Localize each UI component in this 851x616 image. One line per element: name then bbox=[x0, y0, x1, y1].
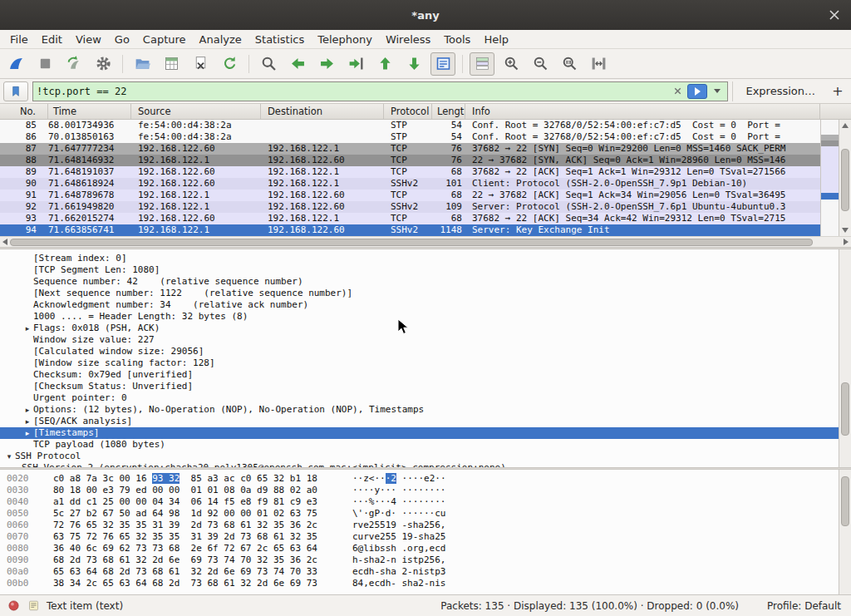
display-filter-input[interactable] bbox=[37, 86, 667, 97]
detail-row[interactable]: [Stream index: 0] bbox=[0, 253, 839, 264]
hex-row[interactable]: 009068 2d 73 68 61 32 2d 6e 69 73 74 70 … bbox=[0, 554, 839, 566]
packet-row[interactable]: 91 71.648789678 192.168.122.1 192.168.12… bbox=[0, 190, 820, 201]
menu-item[interactable]: Help bbox=[477, 32, 515, 47]
detail-row[interactable]: Urgent pointer: 0 bbox=[0, 392, 839, 404]
packet-list-vscrollbar[interactable] bbox=[839, 120, 851, 236]
go-forward-button[interactable] bbox=[314, 52, 339, 76]
find-packet-button[interactable] bbox=[256, 52, 281, 76]
menu-item[interactable]: View bbox=[69, 32, 108, 47]
hex-row[interactable]: 006072 76 65 32 35 35 31 39 2d 73 68 61 … bbox=[0, 520, 839, 531]
scroll-left-icon[interactable] bbox=[2, 239, 7, 245]
capture-options-button[interactable] bbox=[91, 52, 116, 76]
expression-button[interactable]: Expression… bbox=[737, 85, 824, 97]
menu-item[interactable]: Edit bbox=[35, 32, 69, 47]
packet-row[interactable]: 86 70.013850163 fe:54:00:d4:38:2a STP 54… bbox=[0, 131, 820, 143]
expert-info-button[interactable] bbox=[7, 599, 20, 613]
detail-row[interactable]: [Checksum Status: Unverified] bbox=[0, 381, 839, 392]
detail-row[interactable]: [Window size scaling factor: 128] bbox=[0, 357, 839, 369]
detail-row[interactable]: ▾SSH Protocol bbox=[0, 451, 839, 462]
column-header-source[interactable]: Source bbox=[131, 104, 261, 119]
expander-icon[interactable]: ▸ bbox=[22, 323, 33, 334]
menu-item[interactable]: Go bbox=[108, 32, 136, 47]
menu-item[interactable]: Wireless bbox=[379, 32, 437, 47]
detail-row[interactable]: ▸[Timestamps] bbox=[0, 427, 839, 439]
capture-comment-button[interactable] bbox=[27, 599, 40, 613]
detail-row[interactable]: [TCP Segment Len: 1080] bbox=[0, 264, 839, 276]
hex-vscrollbar[interactable] bbox=[839, 470, 851, 594]
packet-row[interactable]: 94 71.663856741 192.168.122.1 192.168.12… bbox=[0, 224, 820, 236]
packet-row[interactable]: 92 71.661949820 192.168.122.1 192.168.12… bbox=[0, 201, 820, 213]
packet-row[interactable]: 89 71.648191037 192.168.122.60 192.168.1… bbox=[0, 166, 820, 178]
auto-scroll-button[interactable] bbox=[430, 52, 455, 76]
menu-item[interactable]: Tools bbox=[437, 32, 477, 47]
zoom-in-button[interactable] bbox=[499, 52, 524, 76]
scroll-right-icon[interactable] bbox=[844, 239, 849, 245]
menu-item[interactable]: Capture bbox=[136, 32, 193, 47]
start-capture-button[interactable] bbox=[3, 52, 28, 76]
menu-item[interactable]: Statistics bbox=[248, 32, 311, 47]
detail-vscrollbar[interactable] bbox=[839, 249, 851, 467]
reload-file-button[interactable] bbox=[217, 52, 242, 76]
packet-row[interactable]: 90 71.648618924 192.168.122.60 192.168.1… bbox=[0, 178, 820, 190]
hex-row[interactable]: 00505c 27 b2 67 50 ad 64 98 1d 92 00 00 … bbox=[0, 508, 839, 520]
packet-row[interactable]: 87 71.647777234 192.168.122.60 192.168.1… bbox=[0, 143, 820, 155]
detail-row[interactable]: Sequence number: 42 (relative sequence n… bbox=[0, 276, 839, 288]
detail-row[interactable]: 1000 .... = Header Length: 32 bytes (8) bbox=[0, 311, 839, 323]
filter-bookmark-button[interactable] bbox=[3, 81, 28, 101]
scroll-thumb[interactable] bbox=[841, 476, 849, 526]
filter-dropdown-button[interactable] bbox=[711, 84, 724, 99]
go-back-button[interactable] bbox=[285, 52, 310, 76]
menu-item[interactable]: File bbox=[3, 32, 35, 47]
hex-row[interactable]: 007063 75 72 76 65 32 35 35 31 39 2d 73 … bbox=[0, 531, 839, 543]
packet-list-hscrollbar[interactable] bbox=[0, 236, 851, 247]
detail-row[interactable]: ▸Options: (12 bytes), No-Operation (NOP)… bbox=[0, 404, 839, 416]
column-header-info[interactable]: Info bbox=[465, 104, 820, 119]
detail-row[interactable]: TCP payload (1080 bytes) bbox=[0, 439, 839, 451]
colorize-packets-button[interactable] bbox=[470, 52, 494, 76]
go-to-packet-button[interactable] bbox=[343, 52, 368, 76]
display-filter-field[interactable] bbox=[32, 81, 728, 101]
detail-row[interactable]: SSH Version 2 (encryption:chacha20-poly1… bbox=[0, 462, 839, 467]
expander-icon[interactable]: ▸ bbox=[22, 427, 33, 439]
menu-item[interactable]: Telephony bbox=[311, 32, 379, 47]
zoom-out-button[interactable] bbox=[528, 52, 553, 76]
resize-columns-button[interactable] bbox=[586, 52, 611, 76]
add-filter-button[interactable]: + bbox=[828, 81, 848, 101]
detail-row[interactable]: [Next sequence number: 1122 (relative se… bbox=[0, 288, 839, 299]
hex-row[interactable]: 00a065 63 64 68 2d 73 68 61 32 2d 6e 69 … bbox=[0, 566, 839, 578]
zoom-original-button[interactable] bbox=[557, 52, 582, 76]
detail-row[interactable]: [Calculated window size: 29056] bbox=[0, 346, 839, 357]
scroll-thumb[interactable] bbox=[10, 239, 813, 246]
packet-row[interactable]: 88 71.648146932 192.168.122.1 192.168.12… bbox=[0, 155, 820, 166]
detail-row[interactable]: Acknowledgment number: 34 (relative ack … bbox=[0, 299, 839, 311]
column-header-destination[interactable]: Destination bbox=[261, 104, 384, 119]
hex-row[interactable]: 0040a1 dd c1 25 00 00 04 34 06 14 f5 e8 … bbox=[0, 496, 839, 508]
packet-row[interactable]: 93 71.662015274 192.168.122.60 192.168.1… bbox=[0, 213, 820, 224]
status-profile[interactable]: Profile: Default bbox=[767, 600, 841, 612]
expander-icon[interactable]: ▸ bbox=[22, 404, 33, 416]
stop-capture-button[interactable] bbox=[32, 52, 57, 76]
go-first-packet-button[interactable] bbox=[372, 52, 397, 76]
column-header-length[interactable]: Length bbox=[432, 104, 465, 119]
detail-row[interactable]: Checksum: 0x79ed [unverified] bbox=[0, 369, 839, 381]
hex-row[interactable]: 003080 18 00 e3 79 ed 00 00 01 01 08 0a … bbox=[0, 485, 839, 496]
go-last-packet-button[interactable] bbox=[401, 52, 426, 76]
column-header-protocol[interactable]: Protocol bbox=[384, 104, 432, 119]
detail-row[interactable]: ▸[SEQ/ACK analysis] bbox=[0, 416, 839, 427]
hex-row[interactable]: 0020c0 a8 7a 3c 00 16 93 32 85 a3 ac c0 … bbox=[0, 473, 839, 485]
detail-row[interactable]: Window size value: 227 bbox=[0, 334, 839, 346]
menu-item[interactable]: Analyze bbox=[193, 32, 248, 47]
hex-row[interactable]: 008036 40 6c 69 62 73 73 68 2e 6f 72 67 … bbox=[0, 543, 839, 554]
close-file-button[interactable] bbox=[188, 52, 213, 76]
expander-icon[interactable]: ▸ bbox=[22, 416, 33, 427]
filter-clear-button[interactable] bbox=[671, 85, 684, 98]
scroll-up-icon[interactable] bbox=[842, 123, 849, 128]
column-header-no[interactable]: No. bbox=[0, 104, 48, 119]
expander-icon[interactable]: ▾ bbox=[3, 451, 15, 462]
save-file-button[interactable] bbox=[159, 52, 184, 76]
column-header-time[interactable]: Time bbox=[48, 104, 131, 119]
filter-apply-button[interactable] bbox=[687, 84, 707, 99]
detail-row[interactable]: ▸Flags: 0x018 (PSH, ACK) bbox=[0, 323, 839, 334]
hex-row[interactable]: 00b038 34 2c 65 63 64 68 2d 73 68 61 32 … bbox=[0, 578, 839, 589]
window-close-button[interactable] bbox=[826, 7, 843, 23]
